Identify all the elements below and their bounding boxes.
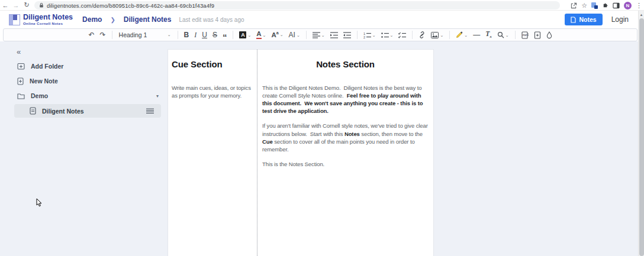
reload-icon[interactable]: ↻	[21, 1, 32, 9]
checklist-icon	[398, 32, 406, 38]
browser-menu-icon[interactable]: ⋮	[636, 2, 642, 9]
heading-style-value: Heading 1	[119, 31, 147, 38]
redo-button[interactable]: ↷	[99, 31, 106, 39]
magnifier-icon	[497, 31, 504, 38]
notes-paragraph[interactable]: If you aren't familiar with Cornell styl…	[262, 122, 429, 153]
note-label: Diligent Notes	[42, 108, 84, 115]
logo-subtitle: Online Cornell Notes	[23, 21, 73, 25]
lock-icon	[39, 2, 44, 8]
font-size-button[interactable]: Aa ⌄	[271, 30, 284, 39]
toolbar-divider	[178, 31, 178, 39]
chevron-down-icon: ⌄	[263, 33, 266, 37]
cue-section-body[interactable]: Write main cues, ideas, or topics as pro…	[172, 84, 253, 99]
font-size-icon: A	[271, 31, 276, 38]
align-button[interactable]: ⌄	[312, 31, 326, 39]
scrollbar-up-arrow[interactable]: ▲	[639, 11, 644, 18]
breadcrumb-note[interactable]: Diligent Notes	[124, 15, 172, 24]
mouse-cursor	[36, 198, 43, 208]
notes-button[interactable]: Notes	[565, 14, 602, 25]
share-icon[interactable]	[571, 2, 577, 9]
address-bar[interactable]: diligentnotes.com/demo/b80951cb-89c6-462…	[34, 1, 560, 9]
heading-style-select[interactable]: Heading 1 ⌄	[118, 31, 172, 38]
folder-plus-icon	[17, 63, 25, 70]
font-family-icon: AI	[289, 31, 295, 38]
browser-chrome: ← → ↻ diligentnotes.com/demo/b80951cb-89…	[0, 0, 644, 11]
blockquote-button[interactable]: “	[222, 35, 228, 40]
italic-button[interactable]: I	[194, 31, 197, 39]
chevron-down-icon: ⌄	[464, 33, 468, 37]
undo-button[interactable]: ↶	[88, 31, 95, 39]
chevron-down-icon: ⌄	[168, 33, 171, 37]
font-background-button[interactable]: A ⌄	[239, 31, 252, 39]
note-menu-icon[interactable]	[146, 108, 154, 114]
chevron-down-icon: ⌄	[390, 33, 394, 37]
checklist-button[interactable]	[398, 31, 407, 39]
underline-button[interactable]: U	[201, 31, 208, 39]
notes-button-label: Notes	[579, 16, 596, 23]
profile-avatar[interactable]: N	[624, 2, 632, 9]
app-logo[interactable]: Diligent Notes Online Cornell Notes	[9, 14, 73, 25]
page-scrollbar[interactable]: ▲	[638, 11, 644, 256]
toolbar-divider	[233, 31, 233, 39]
back-icon[interactable]: ←	[0, 2, 11, 9]
notes-paragraph[interactable]: This is the Diligent Notes Demo. Diligen…	[262, 84, 429, 115]
indent-button[interactable]	[330, 31, 339, 39]
scrollbar-thumb[interactable]	[639, 18, 644, 256]
file-plus-icon	[17, 77, 24, 85]
breadcrumb-folder[interactable]: Demo	[82, 15, 102, 24]
new-note-label: New Note	[30, 77, 58, 85]
font-background-icon: A	[239, 31, 246, 38]
strikethrough-button[interactable]: S	[212, 31, 218, 39]
font-color-button[interactable]: A ⌄	[256, 30, 266, 40]
note-page: Cue Section Write main cues, ideas, or t…	[168, 49, 434, 256]
side-panel-icon[interactable]	[613, 2, 620, 9]
chevron-down-icon: ⌄	[280, 33, 284, 37]
login-link[interactable]: Login	[611, 15, 629, 24]
toolbar-divider	[515, 31, 516, 39]
content-area: « Add Folder New Note Demo ▾	[0, 41, 638, 256]
bold-button[interactable]: B	[183, 31, 190, 39]
cornell-notes-logo-icon	[9, 14, 20, 25]
collapse-sidebar-icon[interactable]: «	[17, 47, 21, 56]
extensions-puzzle-icon[interactable]	[602, 2, 608, 9]
chevron-down-icon: ⌄	[440, 33, 443, 37]
highlight-button[interactable]: ⌄	[455, 31, 468, 39]
highlighter-icon	[456, 31, 463, 38]
align-left-icon	[313, 32, 320, 38]
notes-section[interactable]: Notes Section This is the Diligent Notes…	[257, 50, 433, 256]
export-pdf-button[interactable]: PDF	[521, 31, 529, 40]
svg-text:1: 1	[363, 32, 365, 35]
sidebar-item-note-diligent-notes[interactable]: Diligent Notes	[14, 104, 161, 118]
ink-button[interactable]	[546, 31, 553, 40]
clear-format-button[interactable]: Tx	[485, 30, 492, 40]
chevron-down-icon: ⌄	[321, 33, 325, 37]
extension-icon[interactable]	[591, 2, 598, 9]
font-family-button[interactable]: AI ⌄	[288, 31, 301, 39]
ordered-list-button[interactable]: 12 ⌄	[363, 31, 376, 39]
bookmark-star-icon[interactable]: ☆	[581, 2, 587, 9]
document-icon	[571, 17, 576, 23]
toolbar-divider	[412, 31, 413, 39]
horizontal-rule-button[interactable]: —	[472, 31, 481, 39]
link-icon	[418, 31, 426, 38]
image-button[interactable]: ⌄	[430, 31, 444, 39]
indent-increase-icon	[330, 32, 338, 38]
sidebar-item-folder-demo[interactable]: Demo ▾	[0, 89, 168, 102]
new-document-button[interactable]	[533, 31, 542, 40]
notes-paragraph[interactable]: This is the Notes Section.	[262, 160, 429, 168]
sidebar-item-new-note[interactable]: New Note	[0, 74, 168, 88]
sidebar-item-add-folder[interactable]: Add Folder	[0, 60, 168, 73]
chevron-down-icon: ⌄	[247, 33, 251, 37]
bullet-list-icon	[381, 32, 389, 38]
folder-chevron-icon[interactable]: ▾	[156, 93, 159, 99]
find-replace-button[interactable]: ⌄	[497, 31, 510, 39]
cue-section[interactable]: Cue Section Write main cues, ideas, or t…	[168, 50, 257, 256]
ink-drop-icon	[546, 31, 552, 39]
image-icon	[431, 32, 439, 38]
outdent-button[interactable]	[343, 31, 352, 39]
bullet-list-button[interactable]: ⌄	[381, 31, 394, 39]
editor-toolbar: ↶ ↷ Heading 1 ⌄ B I U S “ A ⌄ A ⌄ Aa ⌄ A…	[3, 28, 637, 41]
forward-icon[interactable]: →	[11, 2, 21, 9]
chevron-down-icon: ⌄	[297, 33, 300, 37]
link-button[interactable]	[418, 31, 426, 39]
